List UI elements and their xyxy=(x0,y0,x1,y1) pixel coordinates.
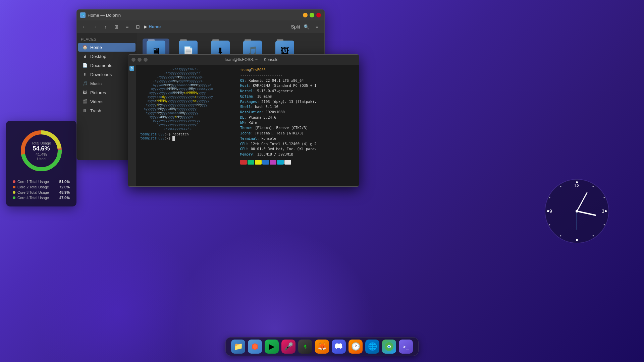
sidebar-item-documents[interactable]: 📄 Documents xyxy=(78,61,136,70)
folder-tab-music xyxy=(245,39,251,41)
sidebar-item-downloads[interactable]: ⬇ Downloads xyxy=(78,70,136,79)
dolphin-title: Home — Dolphin xyxy=(88,13,121,18)
music-icon: 🎵 xyxy=(82,81,88,86)
clock-dot-8 xyxy=(549,224,550,226)
clock-center-dot xyxy=(576,210,578,213)
terminal-prompt-neofetch: team@ItsFOSS:~$ neofetch xyxy=(140,132,237,136)
konsole-title: team@ItsFOSS: ~ — Konsole xyxy=(148,57,356,62)
sidebar-item-music[interactable]: 🎵 Music xyxy=(78,79,136,88)
breadcrumb: ▶ Home xyxy=(144,24,289,29)
taskbar-icon-media[interactable]: ▶ xyxy=(265,340,279,354)
sidebar-item-pictures[interactable]: 🖼 Pictures xyxy=(78,88,136,97)
terminal-prompt-2: team@ItsFOSS:-$ xyxy=(140,136,237,141)
info-kernel: Kernel: 5.15.0-47-generic xyxy=(240,88,355,94)
konsole-body: $ .:/ossyyyysso/:. ..:oyyyyyyyyyyyyyyyo:… xyxy=(128,65,359,186)
desktop-icon: 🖥 xyxy=(82,54,88,59)
window-close-button[interactable] xyxy=(316,13,321,17)
core-4-dot xyxy=(13,196,15,199)
view-list-button[interactable]: ≡ xyxy=(122,22,132,32)
color-white xyxy=(284,160,291,165)
taskbar-icon-edge[interactable]: 🌐 xyxy=(365,340,379,354)
home-icon: 🏠 xyxy=(82,45,88,50)
titlebar-left: 🐬 Home — Dolphin xyxy=(80,12,121,18)
dolphin-toolbar: ← → ↑ ⊞ ≡ ⊟ ▶ Home Split 🔍 ≡ xyxy=(77,20,324,33)
view-icons-button[interactable]: ⊞ xyxy=(112,22,121,32)
forward-button[interactable]: → xyxy=(90,22,100,32)
svg-point-6 xyxy=(388,346,390,348)
places-section-title: Places xyxy=(77,36,137,43)
konsole-tab-bar: $ xyxy=(128,65,136,186)
dolphin-titlebar: 🐬 Home — Dolphin xyxy=(77,10,324,20)
split-button[interactable]: Split xyxy=(291,22,300,32)
info-cpu: CPU: 12th Gen Intel i5-12400 (4) @ 2 xyxy=(240,141,355,147)
info-separator: -------------------- xyxy=(240,73,355,78)
sidebar-item-trash[interactable]: 🗑 Trash xyxy=(78,106,136,115)
color-blue xyxy=(262,160,269,165)
donut-chart-svg xyxy=(18,127,65,174)
color-yellow xyxy=(255,160,262,165)
taskbar-icon-firefox[interactable]: 🦊 xyxy=(315,340,329,354)
taskbar-icon-chrome[interactable] xyxy=(382,340,396,354)
taskbar-icon-brave[interactable] xyxy=(248,340,262,354)
folder-tab xyxy=(148,39,155,41)
taskbar-icon-files[interactable]: 📁 xyxy=(231,340,245,354)
sidebar-item-desktop[interactable]: 🖥 Desktop xyxy=(78,52,136,61)
clock-dot-10 xyxy=(549,197,550,198)
dolphin-app-icon: 🐬 xyxy=(80,12,86,18)
color-red xyxy=(240,160,247,165)
pictures-icon: 🖼 xyxy=(82,90,88,95)
search-button[interactable]: 🔍 xyxy=(302,22,311,32)
core-3-pct: 48.9% xyxy=(59,190,70,194)
core-1-pct: 51.0% xyxy=(59,180,70,184)
info-uptime: Uptime: 18 mins xyxy=(240,94,355,99)
menu-button[interactable]: ≡ xyxy=(312,22,322,32)
konsole-titlebar: team@ItsFOSS: ~ — Konsole xyxy=(128,55,359,65)
taskbar-icon-clock[interactable]: 🕐 xyxy=(348,340,363,354)
window-minimize-button[interactable] xyxy=(303,13,308,17)
core-1-item: Core 1 Total Usage 51.0% xyxy=(13,180,70,184)
sidebar-item-videos[interactable]: 🎬 Videos xyxy=(78,97,136,106)
info-icons: Icons: [Plasma], Tela [GTK2/3] xyxy=(240,131,355,136)
clock-dot-3 xyxy=(605,210,607,212)
folder-tab-downloads xyxy=(212,39,219,41)
taskbar-icon-discord[interactable] xyxy=(332,340,346,354)
videos-icon: 🎬 xyxy=(82,99,88,104)
info-shell: Shell: bash 5.1.16 xyxy=(240,104,355,110)
sidebar-item-home[interactable]: 🏠 Home xyxy=(78,43,136,52)
color-cyan xyxy=(277,160,284,165)
back-button[interactable]: ← xyxy=(79,22,89,32)
breadcrumb-home[interactable]: Home xyxy=(149,24,161,29)
sidebar-label-downloads: Downloads xyxy=(90,72,112,77)
neofetch-art-section: .:/ossyyyysso/:. ..:oyyyyyyyyyyyyyyyo:` … xyxy=(140,67,237,184)
documents-icon: 📄 xyxy=(82,63,88,68)
taskbar-icon-terminal2[interactable]: >_ xyxy=(399,340,413,354)
konsole-window-controls xyxy=(131,58,148,62)
info-gpu: GPU: 00:01.0 Red Hat, Inc. QXL parav xyxy=(240,146,355,152)
view-detail-button[interactable]: ⊟ xyxy=(133,22,143,32)
sidebar-label-home: Home xyxy=(90,45,102,50)
taskbar-icon-term[interactable]: $ xyxy=(298,340,312,354)
sidebar-label-desktop: Desktop xyxy=(90,54,106,59)
clock-dot-6 xyxy=(576,239,578,241)
konsole-terminal-content[interactable]: .:/ossyyyysso/:. ..:oyyyyyyyyyyyyyyyo:` … xyxy=(136,65,359,186)
core-3-label: Core 3 Total Usage xyxy=(17,190,57,194)
core-2-label: Core 2 Total Usage xyxy=(17,185,57,189)
downloads-icon: ⬇ xyxy=(82,72,88,77)
folder-tab-pics xyxy=(277,39,283,41)
info-memory: Memory: 1363MiB / 3923MiB xyxy=(240,152,355,157)
sidebar-label-trash: Trash xyxy=(90,108,101,113)
info-terminal: Terminal: konsole xyxy=(240,136,355,141)
konsole-tab-icon: $ xyxy=(129,66,134,71)
window-maximize-button[interactable] xyxy=(310,13,314,17)
clock-dot-4 xyxy=(604,224,605,226)
clock-dot-5 xyxy=(593,235,594,236)
core-3-item: Core 3 Total Usage 48.9% xyxy=(13,190,70,194)
discord-logo-svg xyxy=(335,343,343,350)
core-4-pct: 47.9% xyxy=(59,196,70,200)
taskbar-icon-audio[interactable]: 🎤 xyxy=(281,340,296,354)
clock-dot-9 xyxy=(547,210,549,212)
trash-icon: 🗑 xyxy=(82,108,88,113)
up-button[interactable]: ↑ xyxy=(101,22,110,32)
info-theme: Theme: [Plasma], Breeze [GTK2/3] xyxy=(240,125,355,131)
donut-chart-container: Total Usage 54.6% 41.4% Used xyxy=(18,127,65,174)
